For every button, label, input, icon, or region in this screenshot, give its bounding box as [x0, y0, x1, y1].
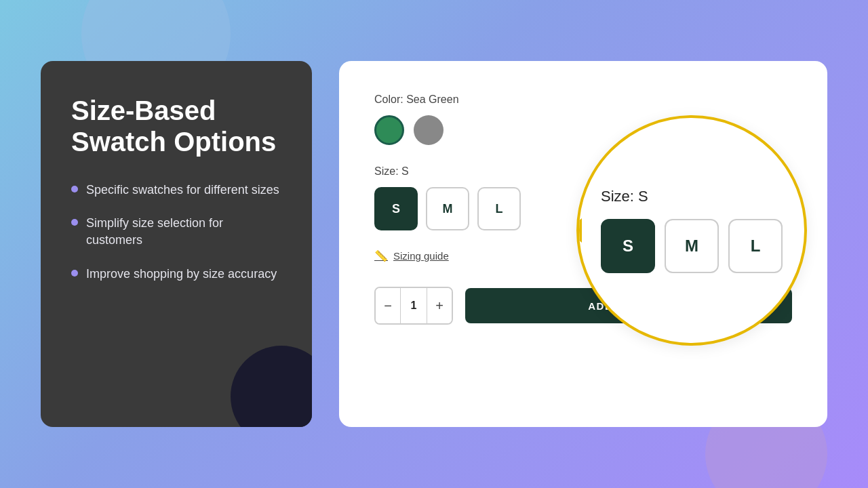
- bullet-icon: [71, 270, 78, 277]
- list-item-text: Simplify size selection for customers: [86, 215, 281, 249]
- size-btn-m[interactable]: M: [426, 187, 469, 230]
- quantity-stepper: − 1 +: [374, 287, 453, 325]
- zoom-size-label: Size: S: [601, 188, 648, 205]
- color-swatch-green[interactable]: [374, 115, 404, 145]
- sizing-guide-label: Sizing guide: [393, 250, 449, 262]
- zoom-content: Size: S S M L: [587, 174, 796, 287]
- size-btn-l[interactable]: L: [477, 187, 521, 230]
- size-value: S: [401, 165, 409, 177]
- list-item: Improve shopping by size accuracy: [71, 266, 281, 283]
- dark-circle-decoration: [231, 346, 312, 427]
- list-item: Specific swatches for different sizes: [71, 182, 281, 199]
- size-btn-s[interactable]: S: [374, 187, 418, 230]
- zoom-size-btn-l[interactable]: L: [728, 219, 783, 273]
- list-item-text: Improve shopping by size accuracy: [86, 266, 277, 283]
- list-item: Simplify size selection for customers: [71, 215, 281, 249]
- main-container: Size-BasedSwatch Options Specific swatch…: [0, 0, 868, 488]
- zoom-size-value: S: [638, 188, 648, 205]
- quantity-decrease-button[interactable]: −: [376, 288, 400, 323]
- ruler-icon: 📏: [374, 249, 388, 262]
- zoom-arrow: [576, 218, 582, 243]
- bullet-icon: [71, 219, 78, 226]
- zoom-circle: Size: S S M L: [576, 115, 807, 346]
- color-swatch-gray[interactable]: [414, 115, 443, 145]
- right-panel: Color: Sea Green Size: S S M L 📏 Sizing …: [339, 61, 827, 427]
- zoom-size-btn-m[interactable]: M: [665, 219, 719, 273]
- color-value: Sea Green: [406, 94, 458, 105]
- zoom-size-btn-s[interactable]: S: [601, 219, 655, 273]
- zoom-size-buttons: S M L: [601, 219, 783, 273]
- quantity-increase-button[interactable]: +: [427, 288, 452, 323]
- bullet-icon: [71, 186, 78, 192]
- panel-title: Size-BasedSwatch Options: [71, 95, 281, 157]
- feature-list: Specific swatches for different sizes Si…: [71, 182, 281, 283]
- quantity-value: 1: [400, 288, 427, 323]
- color-label: Color: Sea Green: [374, 94, 792, 106]
- list-item-text: Specific swatches for different sizes: [86, 182, 279, 199]
- left-panel: Size-BasedSwatch Options Specific swatch…: [41, 61, 312, 427]
